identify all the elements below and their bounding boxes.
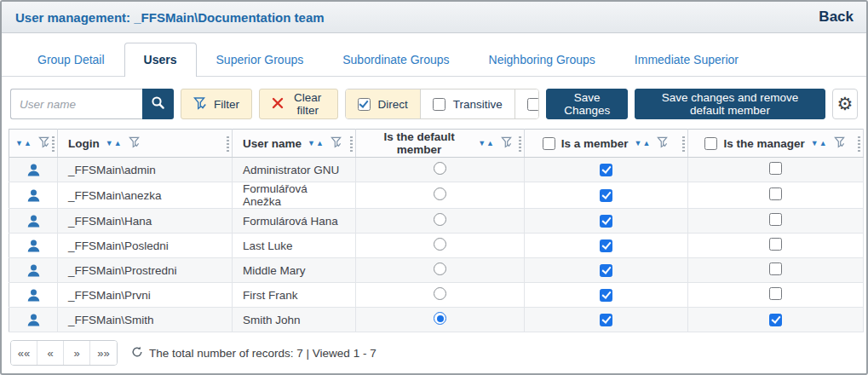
filter-label: Filter	[214, 98, 239, 111]
manager-checkbox[interactable]	[769, 188, 782, 200]
avatar-cell	[9, 158, 58, 182]
column-resize-handle[interactable]	[227, 136, 229, 152]
search-input[interactable]	[10, 89, 142, 119]
member-checkbox[interactable]	[600, 189, 612, 202]
manager-checkbox[interactable]	[769, 213, 782, 226]
column-resize-handle[interactable]	[858, 136, 860, 152]
header-login: Login ▼▲	[58, 130, 233, 158]
next-page-button[interactable]: »	[64, 341, 90, 365]
search-button[interactable]	[142, 89, 174, 119]
default-member-cell	[356, 258, 525, 283]
tab-superior-groups[interactable]: Superior Groups	[197, 43, 324, 77]
member-cell	[525, 209, 688, 234]
column-resize-handle[interactable]	[682, 136, 685, 152]
manager-checkbox[interactable]	[769, 287, 782, 300]
user-icon	[9, 313, 57, 327]
manager-checkbox[interactable]	[769, 238, 782, 251]
save-changes-button[interactable]: Save Changes	[546, 89, 628, 119]
funnel-icon[interactable]	[38, 136, 49, 151]
user-management-page: User management: _FFSMain\Documentation …	[0, 0, 868, 375]
sort-icons[interactable]: ▼▲	[478, 139, 495, 147]
effective-toggle[interactable]: Effective	[515, 89, 539, 118]
member-checkbox[interactable]	[600, 164, 612, 176]
tab-group-detail[interactable]: Group Detail	[18, 43, 124, 77]
first-page-button[interactable]: ««	[11, 341, 37, 365]
select-all-manager-checkbox[interactable]	[704, 137, 717, 150]
tab-subordinate-groups[interactable]: Subordinate Groups	[323, 43, 468, 77]
previous-page-button[interactable]: «	[37, 341, 64, 365]
gear-icon: ⚙	[836, 94, 853, 114]
table-row: _FFSMain\PrvniFirst Frank	[9, 283, 864, 308]
login-cell: _FFSMain\anezka	[58, 182, 233, 209]
default-member-cell	[356, 158, 525, 182]
member-checkbox[interactable]	[600, 314, 612, 326]
tab-users[interactable]: Users	[124, 43, 197, 77]
funnel-check-icon	[193, 96, 207, 112]
toolbar: Filter Clear filter Direct Transitive Ef…	[10, 89, 858, 119]
last-page-button[interactable]: »»	[90, 341, 117, 365]
sort-icons[interactable]: ▼▲	[634, 139, 651, 147]
default-member-radio[interactable]	[434, 162, 446, 175]
effective-checkbox-icon	[527, 98, 539, 111]
user-name-cell: Formulářová Anežka	[233, 182, 356, 209]
header-login-label: Login	[68, 137, 100, 150]
header-avatar-column: ▼▲	[9, 130, 58, 158]
user-icon	[9, 163, 57, 177]
column-resize-handle[interactable]	[350, 136, 353, 152]
default-member-radio[interactable]	[434, 188, 446, 200]
header-is-manager-label: Is the manager	[723, 137, 804, 150]
user-table-body: _FFSMain\adminAdministrator GNU_FFSMain\…	[9, 158, 864, 332]
funnel-icon[interactable]	[129, 136, 140, 151]
user-name-cell: Last Luke	[233, 234, 356, 258]
member-checkbox[interactable]	[600, 239, 612, 252]
header-default-member: Is the default member ▼▲	[356, 130, 525, 158]
member-checkbox[interactable]	[600, 215, 612, 228]
sort-icons[interactable]: ▼▲	[308, 139, 325, 147]
direct-toggle[interactable]: Direct	[346, 89, 421, 118]
tab-neighboring-groups[interactable]: Neighboring Groups	[469, 43, 615, 77]
settings-button[interactable]: ⚙	[832, 89, 858, 119]
default-member-radio[interactable]	[434, 287, 446, 300]
save-and-remove-default-button[interactable]: Save changes and remove default member	[635, 89, 825, 119]
member-cell	[525, 182, 688, 209]
funnel-icon[interactable]	[501, 136, 512, 151]
sort-icons[interactable]: ▼▲	[15, 139, 32, 147]
direct-label: Direct	[378, 98, 408, 111]
filter-button[interactable]: Filter	[181, 89, 252, 119]
user-name-cell: Administrator GNU	[233, 158, 356, 182]
avatar-cell	[9, 234, 58, 258]
default-member-radio[interactable]	[434, 312, 446, 325]
member-checkbox[interactable]	[600, 264, 612, 277]
select-all-member-checkbox[interactable]	[543, 137, 555, 150]
records-summary: The total number of records: 7 | Viewed …	[131, 346, 377, 361]
manager-checkbox[interactable]	[769, 262, 782, 275]
tab-immediate-superior[interactable]: Immediate Superior	[615, 43, 758, 77]
funnel-icon[interactable]	[331, 136, 342, 151]
default-member-radio[interactable]	[434, 262, 446, 275]
table-row: _FFSMain\anezkaFormulářová Anežka	[9, 182, 864, 209]
funnel-icon[interactable]	[834, 136, 845, 151]
login-cell: _FFSMain\Smith	[58, 308, 233, 332]
member-cell	[525, 234, 688, 258]
funnel-icon[interactable]	[657, 136, 668, 151]
transitive-toggle[interactable]: Transitive	[421, 89, 515, 118]
manager-cell	[688, 258, 864, 283]
manager-cell	[688, 182, 864, 209]
column-resize-handle[interactable]	[52, 136, 55, 152]
default-member-radio[interactable]	[434, 238, 446, 251]
sort-icons[interactable]: ▼▲	[106, 139, 123, 147]
user-icon	[9, 214, 57, 228]
default-member-radio[interactable]	[434, 213, 446, 226]
manager-checkbox[interactable]	[769, 314, 782, 326]
magnifier-icon	[151, 95, 165, 112]
manager-checkbox[interactable]	[769, 162, 782, 175]
default-member-cell	[356, 234, 525, 258]
column-resize-handle[interactable]	[519, 136, 521, 152]
avatar-cell	[9, 308, 58, 332]
back-button[interactable]: Back	[819, 9, 854, 26]
member-checkbox[interactable]	[600, 289, 612, 302]
table-row: _FFSMain\HanaFormulárová Hana	[9, 209, 864, 234]
refresh-icon[interactable]	[131, 346, 143, 361]
sort-icons[interactable]: ▼▲	[811, 139, 828, 147]
clear-filter-button[interactable]: Clear filter	[259, 89, 338, 119]
